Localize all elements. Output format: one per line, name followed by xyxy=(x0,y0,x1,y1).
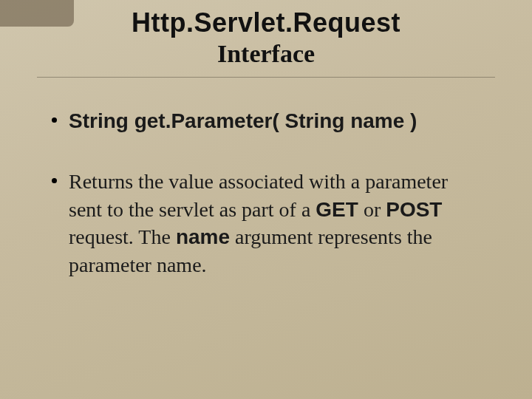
keyword-name: name xyxy=(176,225,230,248)
title-sub: Interface xyxy=(0,40,532,68)
desc-text: request. The xyxy=(69,225,176,248)
keyword-get: GET xyxy=(316,198,358,221)
desc-text: or xyxy=(358,198,386,221)
bullet-dot-icon xyxy=(52,178,57,183)
content-area: String get.Parameter( String name ) Retu… xyxy=(0,78,532,279)
keyword-post: POST xyxy=(386,198,442,221)
bullet-item: Returns the value associated with a para… xyxy=(52,168,480,279)
title-block: Http.Servlet.Request Interface xyxy=(0,0,532,68)
title-main: Http.Servlet.Request xyxy=(0,7,532,38)
corner-decoration xyxy=(0,0,74,27)
slide: Http.Servlet.Request Interface String ge… xyxy=(0,0,532,399)
title-divider xyxy=(37,77,495,78)
method-signature: String get.Parameter( String name ) xyxy=(69,107,480,135)
bullet-dot-icon xyxy=(52,117,57,123)
bullet-item: String get.Parameter( String name ) xyxy=(52,107,480,135)
method-description: Returns the value associated with a para… xyxy=(69,168,480,279)
